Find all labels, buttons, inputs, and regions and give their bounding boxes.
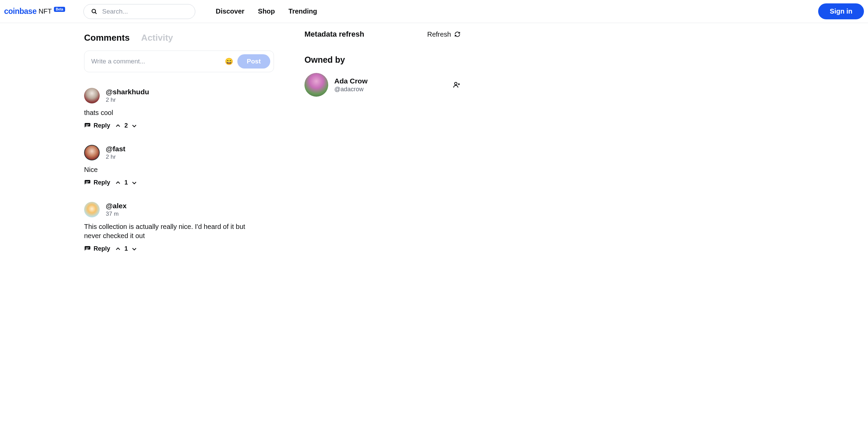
- top-header: coinbase NFT Beta Discover Shop Trending…: [0, 0, 868, 23]
- comment-body: This collection is actually really nice.…: [84, 222, 260, 240]
- logo-coinbase: coinbase: [4, 7, 37, 16]
- comment-item: @alex 37 m This collection is actually r…: [84, 202, 274, 252]
- comment-username[interactable]: @sharkhudu: [106, 88, 149, 96]
- tab-comments[interactable]: Comments: [84, 33, 130, 43]
- nav-shop[interactable]: Shop: [258, 7, 275, 15]
- beta-badge: Beta: [54, 7, 65, 12]
- nav-trending[interactable]: Trending: [289, 7, 317, 15]
- owner-handle[interactable]: @adacrow: [334, 86, 368, 93]
- svg-rect-2: [86, 124, 89, 125]
- comment-header: @sharkhudu 2 hr: [84, 88, 274, 103]
- refresh-button[interactable]: Refresh: [427, 31, 460, 38]
- svg-rect-4: [86, 181, 89, 182]
- search-icon: [91, 8, 97, 15]
- avatar[interactable]: [304, 73, 328, 97]
- owned-by-title: Owned by: [304, 55, 460, 65]
- tab-activity[interactable]: Activity: [141, 33, 173, 43]
- vote-count: 1: [124, 179, 128, 186]
- vote-group: 1: [115, 179, 137, 186]
- vote-count: 1: [124, 245, 128, 252]
- comment-actions: Reply 1: [84, 245, 274, 252]
- logo-nft: NFT: [39, 7, 52, 15]
- comment-actions: Reply 1: [84, 179, 274, 186]
- reply-button[interactable]: Reply: [84, 179, 110, 186]
- sign-in-button[interactable]: Sign in: [818, 3, 864, 19]
- avatar[interactable]: [84, 202, 100, 217]
- comment-time: 2 hr: [106, 154, 125, 160]
- comment-time: 2 hr: [106, 97, 149, 103]
- downvote-icon[interactable]: [131, 180, 137, 186]
- comment-username[interactable]: @fast: [106, 145, 125, 153]
- reply-icon: [84, 179, 91, 186]
- reply-button[interactable]: Reply: [84, 245, 110, 252]
- comment-item: @fast 2 hr Nice Reply 1: [84, 145, 274, 186]
- post-button[interactable]: Post: [237, 54, 270, 69]
- logo[interactable]: coinbase NFT Beta: [4, 7, 65, 16]
- svg-rect-3: [86, 125, 88, 126]
- metadata-title: Metadata refresh: [304, 30, 364, 39]
- comment-item: @sharkhudu 2 hr thats cool Reply 2: [84, 88, 274, 129]
- svg-point-0: [92, 9, 96, 13]
- page-body: Comments Activity 😄 Post @sharkhudu 2 hr…: [0, 23, 868, 266]
- svg-point-8: [455, 82, 457, 85]
- refresh-label: Refresh: [427, 31, 451, 38]
- comment-body: thats cool: [84, 108, 260, 117]
- reply-label: Reply: [94, 179, 110, 186]
- svg-rect-6: [86, 247, 89, 248]
- search-input[interactable]: [102, 8, 188, 15]
- reply-label: Reply: [94, 245, 110, 252]
- upvote-icon[interactable]: [115, 123, 121, 129]
- downvote-icon[interactable]: [131, 123, 137, 129]
- comment-header: @alex 37 m: [84, 202, 274, 217]
- vote-count: 2: [124, 122, 128, 129]
- comment-username[interactable]: @alex: [106, 202, 126, 210]
- upvote-icon[interactable]: [115, 180, 121, 186]
- sidebar-column: Metadata refresh Refresh Owned by Ada Cr…: [304, 26, 460, 252]
- metadata-row: Metadata refresh Refresh: [304, 30, 460, 39]
- reply-label: Reply: [94, 122, 110, 129]
- nav-discover[interactable]: Discover: [216, 7, 244, 15]
- reply-button[interactable]: Reply: [84, 122, 110, 129]
- vote-group: 2: [115, 122, 137, 129]
- add-user-icon[interactable]: [453, 81, 460, 89]
- comment-input-box: 😄 Post: [84, 51, 274, 72]
- reply-icon: [84, 246, 91, 252]
- avatar[interactable]: [84, 88, 100, 103]
- owner-name[interactable]: Ada Crow: [334, 77, 368, 85]
- comment-actions: Reply 2: [84, 122, 274, 129]
- emoji-icon[interactable]: 😄: [225, 57, 233, 65]
- owner-row: Ada Crow @adacrow: [304, 73, 460, 97]
- search-box[interactable]: [83, 4, 195, 19]
- downvote-icon[interactable]: [131, 246, 137, 252]
- vote-group: 1: [115, 245, 137, 252]
- reply-icon: [84, 122, 91, 129]
- svg-line-1: [95, 12, 97, 14]
- tabs: Comments Activity: [84, 33, 274, 43]
- comment-body: Nice: [84, 165, 260, 174]
- comment-input[interactable]: [91, 58, 221, 65]
- refresh-icon: [454, 31, 460, 37]
- svg-rect-5: [86, 182, 88, 183]
- avatar[interactable]: [84, 145, 100, 160]
- top-nav: Discover Shop Trending: [216, 7, 317, 15]
- comment-header: @fast 2 hr: [84, 145, 274, 160]
- comments-column: Comments Activity 😄 Post @sharkhudu 2 hr…: [84, 26, 274, 252]
- comment-time: 37 m: [106, 211, 126, 217]
- upvote-icon[interactable]: [115, 246, 121, 252]
- svg-rect-7: [86, 249, 88, 249]
